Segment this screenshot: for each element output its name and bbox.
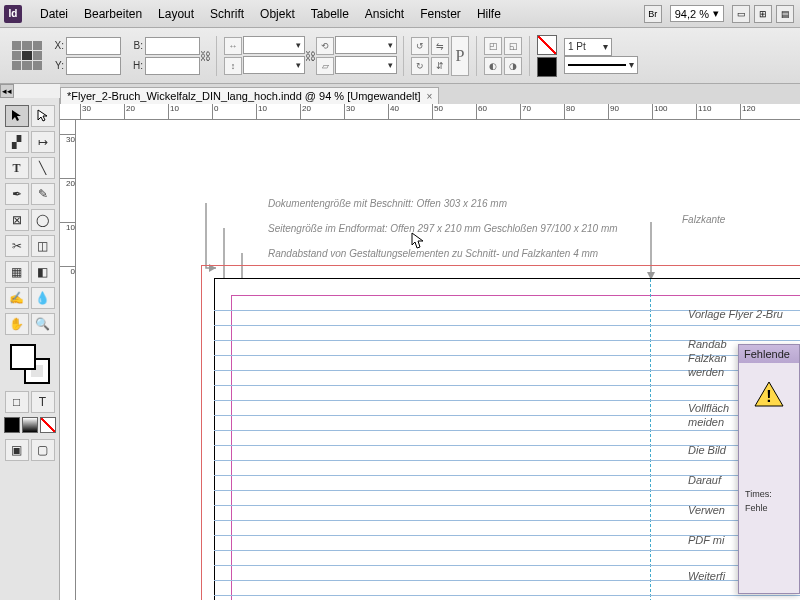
annotation-falzkante: Falzkante xyxy=(682,214,725,225)
document-tab[interactable]: *Flyer_2-Bruch_Wickelfalz_DIN_lang_hoch.… xyxy=(60,87,439,104)
ruler-tick: 20 xyxy=(60,178,76,188)
missing-fonts-dialog[interactable]: Fehlende ! Times: Fehle xyxy=(738,344,800,594)
view-mode-normal-icon[interactable]: ▣ xyxy=(5,439,29,461)
chevron-down-icon: ▾ xyxy=(713,7,719,20)
body-line: Verwen xyxy=(688,504,725,516)
body-line: PDF mi xyxy=(688,534,724,546)
constrain-scale-icon[interactable]: ⛓ xyxy=(305,38,315,73)
menu-objekt[interactable]: Objekt xyxy=(252,3,303,25)
apply-gradient-icon[interactable] xyxy=(22,417,38,433)
flip-h-icon[interactable]: ⇋ xyxy=(431,37,449,55)
x-label: X: xyxy=(50,40,64,51)
menu-ansicht[interactable]: Ansicht xyxy=(357,3,412,25)
y-input[interactable] xyxy=(66,57,121,75)
menu-datei[interactable]: Datei xyxy=(32,3,76,25)
shear-icon[interactable]: ▱ xyxy=(316,57,334,75)
bridge-icon[interactable]: Br xyxy=(644,5,662,23)
ruler-tick: 0 xyxy=(60,266,76,276)
workspace-icon[interactable]: ▤ xyxy=(776,5,794,23)
constrain-proportions-icon[interactable]: ⛓ xyxy=(200,38,210,73)
rotate-icon[interactable]: ⟲ xyxy=(316,37,334,55)
dialog-title: Fehlende xyxy=(739,345,799,363)
trim-box xyxy=(214,278,800,600)
vertical-ruler[interactable]: 30 20 10 0 xyxy=(60,120,76,600)
note-tool[interactable]: ✍ xyxy=(5,287,29,309)
menu-fenster[interactable]: Fenster xyxy=(412,3,469,25)
ruler-tick: 70 xyxy=(520,104,531,120)
ruler-tick: 10 xyxy=(168,104,179,120)
height-input[interactable] xyxy=(145,57,200,75)
select-prev-icon[interactable]: ◐ xyxy=(484,57,502,75)
menu-hilfe[interactable]: Hilfe xyxy=(469,3,509,25)
menu-layout[interactable]: Layout xyxy=(150,3,202,25)
scissors-tool[interactable]: ✂ xyxy=(5,235,29,257)
y-label: Y: xyxy=(50,60,64,71)
type-tool[interactable]: T xyxy=(5,157,29,179)
rectangle-frame-tool[interactable]: ⊠ xyxy=(5,209,29,231)
paragraph-icon[interactable]: P xyxy=(451,36,469,76)
scale-y-icon[interactable]: ↕ xyxy=(224,57,242,75)
fill-stroke-swatch[interactable] xyxy=(10,344,50,384)
select-next-icon[interactable]: ◑ xyxy=(504,57,522,75)
stroke-style-input[interactable]: ▾ xyxy=(564,56,638,74)
apply-none-icon[interactable] xyxy=(40,417,56,433)
w-label: B: xyxy=(129,40,143,51)
ellipse-tool[interactable]: ◯ xyxy=(31,209,55,231)
rotate-ccw-icon[interactable]: ↺ xyxy=(411,37,429,55)
x-input[interactable] xyxy=(66,37,121,55)
stroke-weight-value: 1 Pt xyxy=(568,41,586,52)
stroke-weight-input[interactable]: 1 Pt▾ xyxy=(564,38,612,56)
scale-x-input[interactable]: ▾ xyxy=(243,36,305,54)
gradient-swatch-tool[interactable]: ▦ xyxy=(5,261,29,283)
menu-bearbeiten[interactable]: Bearbeiten xyxy=(76,3,150,25)
reference-point-grid[interactable] xyxy=(12,41,42,71)
eyedropper-tool[interactable]: 💧 xyxy=(31,287,55,309)
gap-tool[interactable]: ↦ xyxy=(31,131,55,153)
menu-tabelle[interactable]: Tabelle xyxy=(303,3,357,25)
direct-selection-tool[interactable] xyxy=(31,105,55,127)
close-tab-icon[interactable]: × xyxy=(427,91,433,102)
arrange-icon[interactable]: ⊞ xyxy=(754,5,772,23)
select-container-icon[interactable]: ◰ xyxy=(484,37,502,55)
ruler-tick: 10 xyxy=(60,222,76,232)
scale-x-icon[interactable]: ↔ xyxy=(224,37,242,55)
zoom-tool[interactable]: 🔍 xyxy=(31,313,55,335)
scale-y-input[interactable]: ▾ xyxy=(243,56,305,74)
rotate-cw-icon[interactable]: ↻ xyxy=(411,57,429,75)
dialog-text: Times: xyxy=(739,485,799,499)
free-transform-tool[interactable]: ◫ xyxy=(31,235,55,257)
ruler-tick: 100 xyxy=(652,104,667,120)
hand-tool[interactable]: ✋ xyxy=(5,313,29,335)
dialog-text: Fehle xyxy=(739,499,799,513)
document-canvas[interactable]: Dokumentengröße mit Beschnitt: Offen 303… xyxy=(76,120,800,600)
page-tool[interactable]: ▞ xyxy=(5,131,29,153)
ruler-tick: 50 xyxy=(432,104,443,120)
zoom-level[interactable]: 94,2 %▾ xyxy=(670,5,724,22)
shear-input[interactable]: ▾ xyxy=(335,56,397,74)
control-bar: X: Y: B: H: ⛓ ↔▾ ↕▾ ⛓ ⟲▾ ▱▾ ↺⇋ ↻⇵ P ◰◱ ◐… xyxy=(0,28,800,84)
gradient-feather-tool[interactable]: ◧ xyxy=(31,261,55,283)
body-line: meiden xyxy=(688,416,724,428)
width-input[interactable] xyxy=(145,37,200,55)
pencil-tool[interactable]: ✎ xyxy=(31,183,55,205)
screen-mode-icon[interactable]: ▭ xyxy=(732,5,750,23)
flip-v-icon[interactable]: ⇵ xyxy=(431,57,449,75)
apply-color-icon[interactable] xyxy=(4,417,20,433)
rotate-input[interactable]: ▾ xyxy=(335,36,397,54)
stroke-swatch[interactable] xyxy=(537,57,557,77)
panel-collapse-icon[interactable]: ◂◂ xyxy=(0,84,14,98)
pen-tool[interactable]: ✒ xyxy=(5,183,29,205)
formatting-text-icon[interactable]: T xyxy=(31,391,55,413)
view-mode-preview-icon[interactable]: ▢ xyxy=(31,439,55,461)
selection-tool[interactable] xyxy=(5,105,29,127)
ruler-tick: 30 xyxy=(60,134,76,144)
select-content-icon[interactable]: ◱ xyxy=(504,37,522,55)
ruler-tick: 90 xyxy=(608,104,619,120)
fill-swatch[interactable] xyxy=(537,35,557,55)
menu-schrift[interactable]: Schrift xyxy=(202,3,252,25)
ruler-tick: 110 xyxy=(696,104,711,120)
formatting-container-icon[interactable]: □ xyxy=(5,391,29,413)
line-tool[interactable]: ╲ xyxy=(31,157,55,179)
horizontal-ruler[interactable]: 30 20 10 0 10 20 30 40 50 60 70 80 90 10… xyxy=(60,104,800,120)
ruler-tick: 30 xyxy=(344,104,355,120)
